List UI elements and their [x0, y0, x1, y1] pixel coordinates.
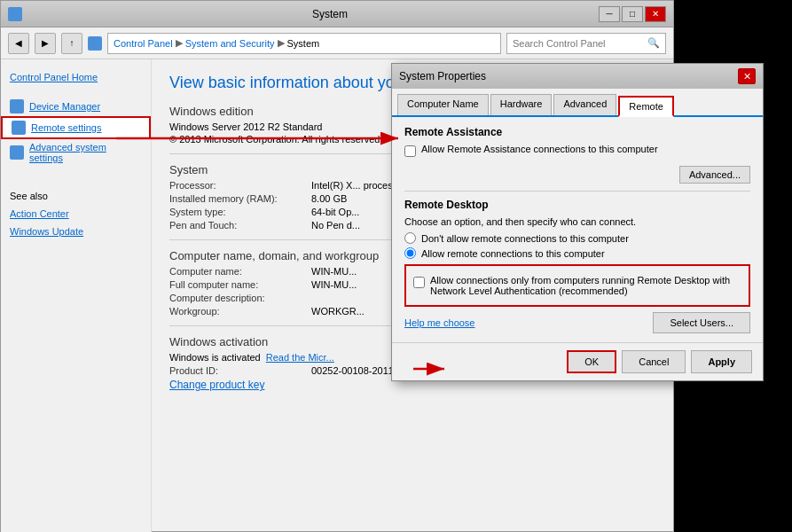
- search-input[interactable]: [513, 38, 647, 49]
- breadcrumb-system: System: [287, 38, 320, 49]
- memory-label: Installed memory (RAM):: [169, 193, 311, 204]
- search-box: 🔍: [506, 33, 666, 54]
- system-properties-dialog: System Properties ✕ Computer Name Hardwa…: [391, 63, 764, 381]
- forward-button[interactable]: ▶: [35, 33, 56, 54]
- remote-assistance-checkbox-row: Allow Remote Assistance connections to t…: [404, 144, 750, 157]
- workgroup-value: WORKGR...: [311, 306, 365, 317]
- remote-assistance-title: Remote Assistance: [404, 126, 750, 138]
- search-icon: 🔍: [647, 37, 660, 49]
- system-type-label: System type:: [169, 207, 311, 217]
- no-remote-radio-row: Don't allow remote connections to this c…: [404, 232, 750, 244]
- maximize-button[interactable]: □: [622, 6, 643, 22]
- breadcrumb-system-security[interactable]: System and Security: [185, 38, 275, 49]
- title-bar: System ─ □ ✕: [1, 1, 673, 27]
- sidebar: Control Panel Home Device Manager Remote…: [1, 59, 152, 532]
- remote-assistance-label: Allow Remote Assistance connections to t…: [421, 144, 658, 154]
- tab-advanced[interactable]: Advanced: [553, 94, 616, 115]
- advanced-button[interactable]: Advanced...: [679, 166, 750, 184]
- computer-name-value: WIN-MU...: [311, 266, 357, 277]
- tab-computer-name[interactable]: Computer Name: [397, 94, 489, 115]
- allow-remote-radio[interactable]: [404, 247, 416, 259]
- change-key-link[interactable]: Change product key: [169, 379, 264, 391]
- dialog-footer: OK Cancel Apply: [392, 342, 763, 380]
- system-type-value: 64-bit Op...: [311, 207, 359, 217]
- full-name-value: WIN-MU...: [311, 279, 357, 290]
- nla-checkbox[interactable]: [413, 277, 425, 288]
- full-name-label: Full computer name:: [169, 279, 311, 290]
- nla-container: Allow connections only from computers ru…: [404, 264, 750, 307]
- memory-value: 8.00 GB: [311, 193, 347, 204]
- dialog-title-bar: System Properties ✕: [392, 64, 763, 89]
- control-panel-home-link[interactable]: Control Panel Home: [1, 68, 151, 86]
- pen-label: Pen and Touch:: [169, 220, 311, 231]
- apply-button[interactable]: Apply: [691, 350, 752, 373]
- advanced-settings-icon: [10, 145, 24, 160]
- sidebar-item-device-manager-label: Device Manager: [29, 101, 100, 112]
- remote-assistance-checkbox[interactable]: [404, 145, 416, 157]
- breadcrumb-control-panel[interactable]: Control Panel: [114, 38, 173, 49]
- up-button[interactable]: ↑: [61, 33, 82, 54]
- dialog-close-button[interactable]: ✕: [738, 68, 756, 84]
- sidebar-item-advanced-settings-label: Advanced system settings: [29, 142, 142, 163]
- minimize-button[interactable]: ─: [599, 6, 620, 22]
- remote-settings-icon: [12, 121, 26, 135]
- action-center-link[interactable]: Action Center: [1, 205, 151, 223]
- sidebar-item-remote-settings-label: Remote settings: [31, 122, 101, 133]
- product-id-label: Product ID:: [169, 365, 311, 376]
- no-remote-label: Don't allow remote connections to this c…: [421, 233, 629, 244]
- workgroup-label: Workgroup:: [169, 306, 311, 317]
- processor-label: Processor:: [169, 180, 311, 191]
- tab-remote[interactable]: Remote: [618, 96, 674, 117]
- main-window: System ─ □ ✕ ◀ ▶ ↑ Control Panel ▶ Syste…: [0, 0, 674, 532]
- sidebar-item-device-manager[interactable]: Device Manager: [1, 97, 151, 116]
- allow-remote-radio-row: Allow remote connections to this compute…: [404, 247, 750, 259]
- pen-value: No Pen d...: [311, 220, 360, 231]
- nla-label: Allow connections only from computers ru…: [430, 275, 741, 296]
- help-me-choose-link[interactable]: Help me choose: [404, 317, 475, 328]
- nla-checkbox-row: Allow connections only from computers ru…: [413, 275, 741, 296]
- title-bar-buttons: ─ □ ✕: [599, 6, 666, 22]
- select-users-button[interactable]: Select Users...: [653, 312, 750, 333]
- close-button[interactable]: ✕: [645, 6, 666, 22]
- window-title: System: [61, 8, 599, 20]
- description-label: Computer description:: [169, 293, 311, 303]
- ok-button[interactable]: OK: [567, 350, 616, 373]
- no-remote-radio[interactable]: [404, 232, 416, 244]
- activation-link[interactable]: Read the Micr...: [266, 352, 334, 363]
- back-button[interactable]: ◀: [8, 33, 29, 54]
- dialog-title: System Properties: [399, 70, 486, 82]
- allow-remote-label: Allow remote connections to this compute…: [421, 248, 605, 259]
- address-bar: ◀ ▶ ↑ Control Panel ▶ System and Securit…: [1, 27, 673, 59]
- remote-desktop-description: Choose an option, and then specify who c…: [404, 216, 750, 227]
- see-also-heading: See also: [1, 184, 151, 205]
- breadcrumb: Control Panel ▶ System and Security ▶ Sy…: [107, 33, 501, 54]
- tabs-container: Computer Name Hardware Advanced Remote: [392, 89, 763, 117]
- tab-hardware[interactable]: Hardware: [490, 94, 553, 115]
- windows-update-link[interactable]: Windows Update: [1, 223, 151, 240]
- remote-desktop-title: Remote Desktop: [404, 199, 750, 211]
- sidebar-item-remote-settings[interactable]: Remote settings: [1, 116, 151, 139]
- computer-name-label: Computer name:: [169, 266, 311, 277]
- cancel-button[interactable]: Cancel: [622, 350, 686, 373]
- activation-text: Windows is activated: [169, 352, 261, 363]
- sidebar-item-advanced-settings[interactable]: Advanced system settings: [1, 139, 151, 166]
- device-manager-icon: [10, 99, 24, 113]
- dialog-content: Remote Assistance Allow Remote Assistanc…: [392, 117, 763, 342]
